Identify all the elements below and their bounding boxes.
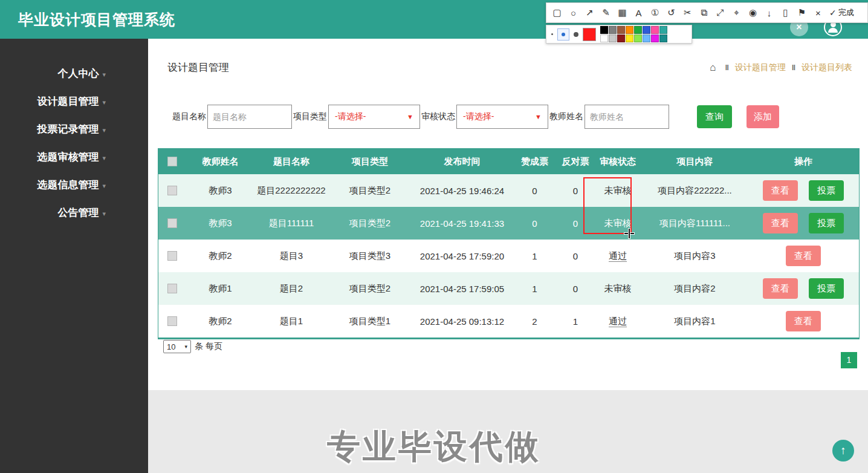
screenshot-done-button[interactable]: ✓ 完成 <box>829 7 854 18</box>
page-title: 设计题目管理 <box>167 60 229 74</box>
actions-cell: 查看投票 <box>748 180 859 201</box>
no-votes-cell: 0 <box>557 186 594 196</box>
cancel-tool-icon[interactable]: × <box>810 8 826 18</box>
row-checkbox[interactable] <box>167 186 177 195</box>
record-tool-icon[interactable]: ◉ <box>745 7 761 18</box>
project-type-value: -请选择- <box>335 111 366 122</box>
publish-time-cell: 2021-04-25 19:41:33 <box>412 218 512 229</box>
table-row[interactable]: 教师1题目2项目类型22021-04-25 17:59:0510未审核项目内容2… <box>158 272 859 305</box>
palette-swatch[interactable] <box>626 34 633 42</box>
teacher-name-cell: 教师2 <box>186 316 255 327</box>
row-checkbox[interactable] <box>167 251 177 261</box>
table-row[interactable]: 教师3题目2222222222项目类型22021-04-25 19:46:240… <box>158 174 859 207</box>
view-button[interactable]: 查看 <box>763 213 798 233</box>
home-icon[interactable]: ⌂ <box>710 62 716 73</box>
sidebar-item-6[interactable]: 公告管理▾ <box>0 199 148 227</box>
query-button[interactable]: 查询 <box>697 105 732 128</box>
palette-swatch[interactable] <box>659 34 667 42</box>
yes-votes-cell: 1 <box>512 284 557 294</box>
undo-tool-icon[interactable]: ↺ <box>663 7 679 18</box>
sidebar-item-3[interactable]: 投票记录管理▾ <box>0 116 148 143</box>
row-checkbox[interactable] <box>167 284 177 293</box>
vote-button[interactable]: 投票 <box>809 213 844 233</box>
page-number-button[interactable]: 1 <box>841 352 857 368</box>
sidebar-item-label: 选题信息管理 <box>37 179 99 191</box>
row-checkbox[interactable] <box>167 316 177 326</box>
sidebar-item-2[interactable]: 设计题目管理▾ <box>0 88 148 116</box>
review-status-cell: 通过 <box>594 316 642 327</box>
project-type-cell: 项目类型3 <box>328 250 412 262</box>
step-number-tool-icon[interactable]: ① <box>647 7 663 18</box>
column-header: 审核状态 <box>594 156 642 168</box>
rectangle-tool-icon[interactable]: ▢ <box>549 7 565 18</box>
view-button[interactable]: 查看 <box>763 278 798 299</box>
breadcrumb-link-topic-management[interactable]: 设计题目管理 <box>735 62 786 72</box>
arrow-tool-icon[interactable]: ↗ <box>581 7 598 18</box>
palette-swatch[interactable] <box>600 26 608 34</box>
pen-tool-icon[interactable]: ✎ <box>598 7 614 18</box>
breadcrumb-link-topic-list[interactable]: 设计题目列表 <box>802 62 852 72</box>
row-checkbox[interactable] <box>167 218 177 228</box>
sidebar-item-1[interactable]: 个人中心▾ <box>0 60 148 88</box>
actions-cell: 查看投票 <box>748 278 859 299</box>
palette-swatch[interactable] <box>600 34 608 42</box>
topic-name-input[interactable] <box>207 105 292 129</box>
sidebar-item-4[interactable]: 选题审核管理▾ <box>0 143 148 171</box>
brush-size-large[interactable] <box>574 32 578 37</box>
palette-swatch[interactable] <box>643 34 650 42</box>
back-to-top-button[interactable]: ↑ <box>832 440 854 462</box>
ellipse-tool-icon[interactable]: ○ <box>565 8 581 18</box>
palette-swatch[interactable] <box>617 26 625 34</box>
palette-swatch[interactable] <box>617 34 625 42</box>
review-status-text: 未审核 <box>604 218 632 228</box>
select-all-checkbox[interactable] <box>167 157 177 166</box>
screenshot-tools: ▢○↗✎▦A①↺✂⧉⤢⌖◉↓▯⚑× <box>549 7 826 18</box>
pin-tool-icon[interactable]: ⌖ <box>728 7 745 18</box>
table-row[interactable]: 教师3题目111111项目类型22021-04-25 19:41:3300未审核… <box>158 207 859 240</box>
footer-watermark: 专业毕设代做 <box>327 425 541 469</box>
palette-swatch[interactable] <box>651 34 659 42</box>
chevron-down-icon: ▾ <box>102 71 106 78</box>
vote-button[interactable]: 投票 <box>809 278 844 299</box>
palette-swatch[interactable] <box>626 26 633 34</box>
sidebar-menu: 个人中心▾设计题目管理▾投票记录管理▾选题审核管理▾选题信息管理▾公告管理▾ <box>0 60 148 227</box>
palette-swatch[interactable] <box>651 26 659 34</box>
brush-size-selected-box[interactable] <box>557 28 569 41</box>
text-tool-icon[interactable]: A <box>630 8 647 18</box>
fullscreen-tool-icon[interactable]: ⤢ <box>712 7 728 18</box>
yes-votes-cell: 0 <box>512 186 557 196</box>
vote-button[interactable]: 投票 <box>809 180 844 201</box>
teacher-name-input[interactable] <box>585 105 669 129</box>
project-type-select[interactable]: -请选择- ▼ <box>328 105 420 129</box>
review-status-text: 未审核 <box>604 283 632 293</box>
palette-swatch[interactable] <box>634 34 642 42</box>
review-status-select[interactable]: -请选择- ▼ <box>456 105 548 129</box>
palette-swatch[interactable] <box>643 26 650 34</box>
clipboard-tool-icon[interactable]: ▯ <box>777 7 794 18</box>
crop-tool-icon[interactable]: ✂ <box>679 7 696 18</box>
palette-swatch[interactable] <box>634 26 642 34</box>
table-row[interactable]: 教师2题目1项目类型12021-04-25 09:13:1221通过项目内容1查… <box>158 305 859 338</box>
view-button[interactable]: 查看 <box>763 180 798 201</box>
row-checkbox-cell <box>158 251 186 261</box>
column-header: 项目内容 <box>642 156 748 168</box>
table-row[interactable]: 教师2题目3项目类型32021-04-25 17:59:2010通过项目内容3查… <box>158 240 859 272</box>
mosaic-tool-icon[interactable]: ▦ <box>614 7 630 18</box>
add-button[interactable]: 添加 <box>747 105 779 128</box>
chevron-down-icon: ▼ <box>535 113 542 120</box>
page-size-select[interactable]: 10 ▾ <box>163 340 191 353</box>
palette-swatch[interactable] <box>609 34 617 42</box>
review-status-cell: 通过 <box>594 250 642 262</box>
sidebar-item-label: 个人中心 <box>57 68 99 79</box>
brush-size-small[interactable] <box>551 33 553 35</box>
palette-swatch[interactable] <box>659 26 667 34</box>
view-button[interactable]: 查看 <box>786 311 821 331</box>
page-size-control: 10 ▾ 条 每页 <box>163 340 222 353</box>
sidebar: 个人中心▾设计题目管理▾投票记录管理▾选题审核管理▾选题信息管理▾公告管理▾ <box>0 39 148 473</box>
view-button[interactable]: 查看 <box>786 246 821 266</box>
palette-swatch[interactable] <box>609 26 617 34</box>
sidebar-item-5[interactable]: 选题信息管理▾ <box>0 171 148 199</box>
bookmark-tool-icon[interactable]: ⚑ <box>794 7 810 18</box>
download-tool-icon[interactable]: ↓ <box>761 8 777 18</box>
copy-tool-icon[interactable]: ⧉ <box>696 7 712 18</box>
